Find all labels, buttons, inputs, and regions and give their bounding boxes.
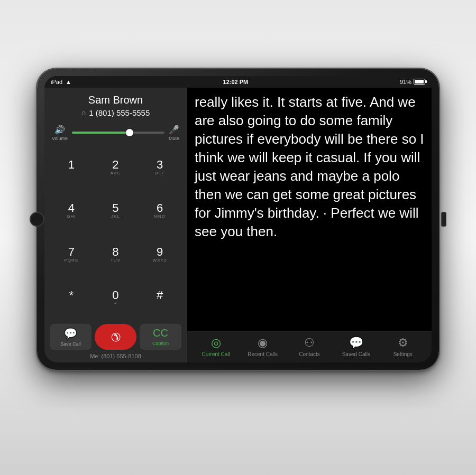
contact-number-row: ⌂ 1 (801) 555-5555 bbox=[50, 108, 181, 117]
main-content: Sam Brown ⌂ 1 (801) 555-5555 🔊 Volume bbox=[44, 88, 432, 362]
volume-label: Volume bbox=[52, 136, 68, 141]
tab-icon-0: ◎ bbox=[211, 336, 221, 350]
tab-label-2: Contacts bbox=[299, 351, 319, 357]
tab-saved-calls[interactable]: 💬Saved Calls bbox=[340, 336, 372, 357]
tab-icon-1: ◉ bbox=[258, 336, 268, 350]
key-4[interactable]: 4GHI bbox=[50, 190, 93, 232]
status-right: 91% bbox=[400, 79, 425, 85]
key-0[interactable]: 0+ bbox=[94, 277, 138, 320]
caption-label: Caption bbox=[152, 341, 169, 346]
action-row: 💬 Save Call ✆ CC Caption bbox=[44, 322, 187, 352]
tab-contacts[interactable]: ⚇Contacts bbox=[294, 336, 325, 357]
key-*[interactable]: * bbox=[50, 277, 93, 320]
dialer-panel: Sam Brown ⌂ 1 (801) 555-5555 🔊 Volume bbox=[44, 88, 187, 362]
tab-icon-3: 💬 bbox=[349, 336, 363, 350]
tablet-device: iPad ▲ 12:02 PM 91% Sam Brown bbox=[37, 69, 439, 370]
caption-panel: really likes it. It starts at five. And … bbox=[187, 88, 432, 362]
tablet-reflection bbox=[37, 365, 439, 407]
tab-current-call[interactable]: ◎Current Call bbox=[200, 336, 232, 357]
key-6[interactable]: 6MNO bbox=[138, 190, 181, 232]
key-7[interactable]: 7PQRS bbox=[50, 234, 93, 276]
volume-col: 🔊 Volume bbox=[52, 125, 68, 141]
save-call-icon: 💬 bbox=[64, 327, 77, 340]
contact-number: 1 (801) 555-5555 bbox=[89, 108, 150, 117]
mute-label: Mute bbox=[169, 136, 179, 141]
key-8[interactable]: 8TUV bbox=[94, 234, 138, 276]
volume-icon: 🔊 bbox=[54, 125, 65, 135]
mute-col: 🎤 Mute bbox=[169, 125, 179, 141]
wifi-icon: ▲ bbox=[66, 79, 71, 85]
tab-bar: ◎Current Call◉Recent Calls⚇Contacts💬Save… bbox=[187, 331, 432, 362]
home-location-icon: ⌂ bbox=[81, 108, 86, 117]
tab-label-4: Settings bbox=[393, 351, 413, 357]
save-call-label: Save Call bbox=[60, 341, 81, 347]
caption-text: really likes it. It starts at five. And … bbox=[187, 88, 432, 331]
status-left: iPad ▲ bbox=[51, 79, 71, 85]
key-5[interactable]: 5JKL bbox=[94, 190, 138, 232]
status-time: 12:02 PM bbox=[223, 79, 249, 85]
volume-slider[interactable] bbox=[72, 132, 164, 134]
save-call-button[interactable]: 💬 Save Call bbox=[50, 324, 91, 350]
end-call-button[interactable]: ✆ bbox=[95, 324, 136, 350]
key-#[interactable]: # bbox=[138, 277, 181, 320]
tab-recent-calls[interactable]: ◉Recent Calls bbox=[247, 336, 279, 357]
me-number: Me: (801) 555-8108 bbox=[44, 352, 187, 362]
tab-label-1: Recent Calls bbox=[248, 351, 278, 357]
power-button[interactable] bbox=[441, 212, 446, 227]
key-3[interactable]: 3DEF bbox=[138, 146, 181, 189]
end-call-icon: ✆ bbox=[107, 328, 124, 344]
tab-label-3: Saved Calls bbox=[342, 351, 370, 357]
contact-name: Sam Brown bbox=[50, 94, 181, 106]
status-bar: iPad ▲ 12:02 PM 91% bbox=[44, 76, 432, 88]
battery-percent: 91% bbox=[400, 79, 411, 85]
contact-info: Sam Brown ⌂ 1 (801) 555-5555 bbox=[44, 88, 187, 122]
key-1[interactable]: 1 bbox=[50, 146, 93, 189]
tab-settings[interactable]: ⚙Settings bbox=[387, 336, 419, 357]
caption-button[interactable]: CC Caption bbox=[140, 324, 181, 350]
key-2[interactable]: 2ABC bbox=[94, 146, 138, 189]
tab-icon-4: ⚙ bbox=[398, 336, 408, 350]
battery-icon bbox=[414, 79, 425, 85]
tab-icon-2: ⚇ bbox=[304, 336, 315, 350]
volume-row: 🔊 Volume 🎤 Mute bbox=[44, 122, 187, 144]
key-9[interactable]: 9WXYZ bbox=[138, 234, 181, 276]
caption-icon: CC bbox=[153, 327, 168, 339]
tab-label-0: Current Call bbox=[202, 351, 230, 357]
home-button[interactable] bbox=[30, 212, 44, 227]
mute-icon[interactable]: 🎤 bbox=[169, 125, 179, 135]
ipad-label: iPad bbox=[51, 79, 62, 85]
keypad: 12ABC3DEF4GHI5JKL6MNO7PQRS8TUV9WXYZ*0+# bbox=[44, 144, 187, 322]
